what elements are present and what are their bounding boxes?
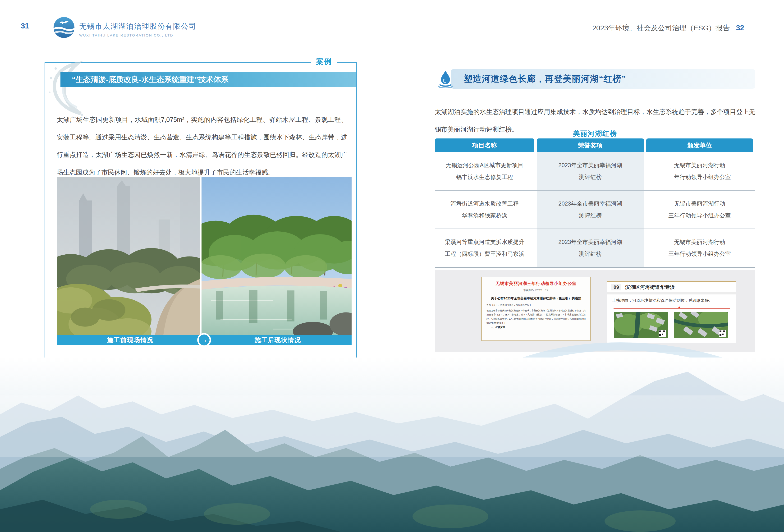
honor-card-title: 滨湖区河埒街道华巷浜 (625, 284, 675, 290)
company-name-cn: 无锡市太湖湖泊治理股份有限公司 (79, 21, 197, 31)
table-row: 河埒街道河道水质改善工程 华巷浜和钱家桥浜 2023年全市美丽幸福河湖 测评红榜… (435, 190, 755, 228)
cell-award: 2023年全市美丽幸福河湖 测评红榜 (537, 152, 644, 190)
column-header-issuer: 颁发单位 (646, 138, 753, 152)
case-tag-label: 案例 (311, 57, 337, 66)
table-row: 梁溪河等重点河道支浜水质提升 工程（四标段）曹王泾和马家浜 2023年全市美丽幸… (435, 228, 755, 267)
official-notice-document: 无锡市美丽河湖三年行动领导小组办公室 市美湖办〔2023〕5号 关于公布2023… (481, 277, 591, 341)
before-photo-label: 施工前现场情况 (57, 335, 204, 345)
cell-award: 2023年全市美丽幸福河湖 测评红榜 (537, 191, 644, 228)
table-row: 无锡运河公园A区城市更新项目 锡丰浜水生态修复工程 2023年全市美丽幸福河湖 … (435, 152, 755, 190)
notice-body: 根据无锡市深化美丽幸福河湖建设工作要求，市美丽河湖办于近期组织对各地区河道进行了… (486, 308, 586, 325)
cell-project: 无锡运河公园A区城市更新项目 锡丰浜水生态修复工程 (435, 152, 534, 190)
case-study-box: 案例 “生态清淤-底质改良-水生态系统重建”技术体系 太湖广场生态园更新项目，水… (45, 62, 357, 363)
after-photo (201, 177, 352, 335)
section-title: 塑造河道绿色长廊，再登美丽河湖“红榜” (464, 69, 626, 89)
red-rule (488, 294, 584, 294)
cell-project: 河埒街道河道水质改善工程 华巷浜和钱家桥浜 (435, 191, 534, 228)
honor-table: 项目名称 荣誉奖项 颁发单位 无锡运河公园A区城市更新项目 锡丰浜水生态修复工程… (435, 138, 755, 268)
honor-card-number: 09 (611, 284, 621, 290)
photo-caption-bar: 施工前现场情况 施工后现状情况 → (57, 335, 352, 345)
cell-issuer: 无锡市美丽河湖行动 三年行动领导小组办公室 (646, 152, 753, 190)
water-drop-icon (438, 70, 453, 88)
notice-list-item: 一、红榜河道 (486, 326, 586, 329)
honor-card-header: 09 滨湖区河埒街道华巷浜 (607, 282, 736, 292)
arrow-right-icon: → (197, 333, 211, 347)
company-names: 无锡市太湖湖泊治理股份有限公司 WUXI TAIHU LAKE RESTORAT… (79, 21, 197, 37)
evidence-panel: 无锡市美丽河湖三年行动领导小组办公室 市美湖办〔2023〕5号 关于公布2023… (435, 270, 755, 352)
notice-subject: 关于公布2023年全市美丽幸福河湖测评红黑榜（第三批）的通知 (486, 296, 586, 301)
before-after-photos: 施工前现场情况 施工后现状情况 → (57, 177, 352, 345)
table-header-row: 项目名称 荣誉奖项 颁发单位 (435, 138, 755, 152)
red-divider: ▲ (614, 308, 730, 309)
left-page-number: 31 (21, 22, 29, 30)
aerial-photos (607, 312, 736, 338)
cell-project: 梁溪河等重点河道支浜水质提升 工程（四标段）曹王泾和马家浜 (435, 229, 534, 267)
column-header-project: 项目名称 (435, 138, 534, 152)
divider (607, 292, 736, 295)
notice-salutation: 各市（县）、区美丽河湖办，市各相关单位： (486, 303, 586, 307)
water-splash-icon (41, 59, 91, 118)
honor-card-reason: 上榜理由：河道环境整治和管理保洁到位，感观形象好。 (607, 295, 736, 304)
mountain-landscape-photo (0, 358, 784, 532)
honor-card-document: 09 滨湖区河埒街道华巷浜 上榜理由：河道环境整治和管理保洁到位，感观形象好。 … (607, 281, 736, 343)
cell-issuer: 无锡市美丽河湖行动 三年行动领导小组办公室 (646, 229, 753, 267)
company-logo-icon (53, 16, 75, 39)
case-body-text: 太湖广场生态园更新项目，水域面积7,075m²，实施的内容包括绿化工程、驿站木屋… (57, 111, 347, 181)
esg-report-spread: 31 无锡市太湖湖泊治理股份有限公司 WUXI TAIHU LAKE RESTO… (0, 0, 784, 532)
report-title: 2023年环境、社会及公司治理（ESG）报告 (592, 23, 730, 33)
case-title: “生态清淤-底质改良-水生态系统重建”技术体系 (60, 72, 356, 87)
column-header-award: 荣誉奖项 (537, 138, 644, 152)
table-body: 无锡运河公园A区城市更新项目 锡丰浜水生态修复工程 2023年全市美丽幸福河湖 … (435, 152, 755, 268)
after-photo-label: 施工后现状情况 (204, 335, 352, 345)
aerial-photo-1 (614, 312, 668, 338)
table-title: 美丽河湖红榜 (435, 129, 755, 138)
notice-doc-number: 市美湖办〔2023〕5号 (486, 288, 586, 292)
aerial-photo-2 (674, 312, 728, 338)
company-name-en: WUXI TAIHU LAKE RESTORATION CO., LTD (79, 33, 197, 37)
before-photo (57, 177, 200, 335)
right-page-number: 32 (736, 24, 744, 32)
cell-issuer: 无锡市美丽河湖行动 三年行动领导小组办公室 (646, 191, 753, 228)
triangle-marker-icon: ▲ (677, 305, 681, 309)
header-right: 2023年环境、社会及公司治理（ESG）报告 32 (592, 23, 744, 33)
cell-award: 2023年全市美丽幸福河湖 测评红榜 (537, 229, 644, 267)
notice-org-title: 无锡市美丽河湖三年行动领导小组办公室 (486, 281, 586, 286)
